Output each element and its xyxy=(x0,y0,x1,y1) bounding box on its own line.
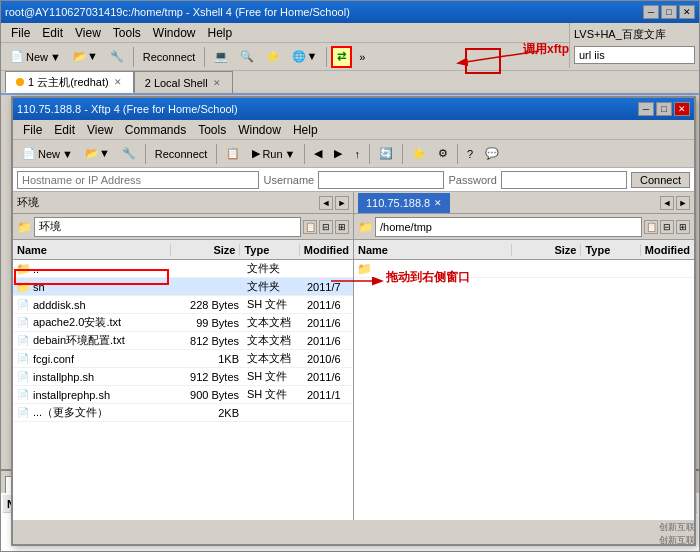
globe-btn[interactable]: 🌐▼ xyxy=(287,46,322,68)
username-input[interactable] xyxy=(318,171,444,189)
xftp-star-btn[interactable]: ⭐ xyxy=(407,143,431,165)
left-path-controls: 📋 ⊟ ⊞ xyxy=(303,220,349,234)
xftp-btn[interactable]: ⇄ xyxy=(331,46,352,68)
right-col-type: Type xyxy=(581,244,640,256)
right-path-input[interactable] xyxy=(375,217,642,237)
properties-btn[interactable]: 🔧 xyxy=(105,46,129,68)
left-column-header: Name Size Type Modified xyxy=(13,240,353,260)
file-size: 99 Bytes xyxy=(173,317,243,329)
xftp-up-btn[interactable]: ↑ xyxy=(349,143,365,165)
file-modified: 2010/6 xyxy=(303,353,353,365)
xftp-menu-edit[interactable]: Edit xyxy=(48,122,81,138)
xftp-maximize-btn[interactable]: □ xyxy=(656,102,672,116)
menu-view[interactable]: View xyxy=(69,25,107,41)
xftp-chat-btn[interactable]: 💬 xyxy=(480,143,504,165)
tab-redhat[interactable]: 1 云主机(redhat) ✕ xyxy=(5,71,134,93)
file-row[interactable]: 📁 xyxy=(354,260,694,278)
menu-file[interactable]: File xyxy=(5,25,36,41)
left-path-input[interactable] xyxy=(34,217,301,237)
xftp-settings-btn[interactable]: ⚙ xyxy=(433,143,453,165)
lvs-ha-label: LVS+HA_百度文库 xyxy=(574,27,695,42)
xftp-menu-file[interactable]: File xyxy=(17,122,48,138)
file-row[interactable]: 📄 debain环境配置.txt 812 Bytes 文本文档 2011/6 xyxy=(13,332,353,350)
left-path-btn2[interactable]: ⊟ xyxy=(319,220,333,234)
xftp-sep5 xyxy=(402,144,403,164)
sep3 xyxy=(326,47,327,67)
terminal-btn[interactable]: 💻 xyxy=(209,46,233,68)
xftp-title: 110.75.188.8 - Xftp 4 (Free for Home/Sch… xyxy=(17,103,238,115)
xftp-menu-view[interactable]: View xyxy=(81,122,119,138)
file-row[interactable]: 📄 installphp.sh 912 Bytes SH 文件 2011/6 xyxy=(13,368,353,386)
menu-help[interactable]: Help xyxy=(202,25,239,41)
bookmark-btn[interactable]: ⭐ xyxy=(261,46,285,68)
sep2 xyxy=(204,47,205,67)
xftp-menu-window[interactable]: Window xyxy=(232,122,287,138)
right-column-header: Name Size Type Modified xyxy=(354,240,694,260)
close-btn[interactable]: ✕ xyxy=(679,5,695,19)
left-panel-title: 环境 xyxy=(17,195,39,210)
file-row[interactable]: 📄 installprephp.sh 900 Bytes SH 文件 2011/… xyxy=(13,386,353,404)
open-folder-btn[interactable]: 📂▼ xyxy=(68,46,103,68)
file-row[interactable]: 📄 ...（更多文件） 2KB xyxy=(13,404,353,422)
file-row[interactable]: 📄 apache2.0安装.txt 99 Bytes 文本文档 2011/6 xyxy=(13,314,353,332)
right-path-btn3[interactable]: ⊞ xyxy=(676,220,690,234)
right-nav-left[interactable]: ◄ xyxy=(660,196,674,210)
file-icon: 📄 xyxy=(15,315,31,331)
xftp-run-btn[interactable]: ▶ Run ▼ xyxy=(247,143,300,165)
xftp-menu-commands[interactable]: Commands xyxy=(119,122,192,138)
right-tab-close[interactable]: ✕ xyxy=(434,198,442,208)
dropdown-icon: ▼ xyxy=(50,51,61,63)
file-row[interactable]: 📁 .. 文件夹 xyxy=(13,260,353,278)
xftp-help-btn[interactable]: ? xyxy=(462,143,478,165)
connect-btn[interactable]: Connect xyxy=(631,172,690,188)
xftp-reconnect-btn[interactable]: Reconnect xyxy=(150,143,213,165)
left-nav-left[interactable]: ◄ xyxy=(319,196,333,210)
xftp-new-btn[interactable]: 📄 New ▼ xyxy=(17,143,78,165)
right-file-list: 📁 xyxy=(354,260,694,520)
file-size: 812 Bytes xyxy=(173,335,243,347)
reconnect-btn[interactable]: Reconnect xyxy=(138,46,201,68)
right-panel-tab[interactable]: 110.75.188.8 ✕ xyxy=(358,193,450,213)
left-path-btn1[interactable]: 📋 xyxy=(303,220,317,234)
xftp-refresh-btn[interactable]: 🔄 xyxy=(374,143,398,165)
file-type: SH 文件 xyxy=(243,369,303,384)
right-path-btn1[interactable]: 📋 xyxy=(644,220,658,234)
file-row[interactable]: 📄 adddisk.sh 228 Bytes SH 文件 2011/6 xyxy=(13,296,353,314)
more-btn[interactable]: » xyxy=(354,46,370,68)
menu-window[interactable]: Window xyxy=(147,25,202,41)
file-type: 文本文档 xyxy=(243,351,303,366)
xftp-close-btn[interactable]: ✕ xyxy=(674,102,690,116)
xftp-open-btn[interactable]: 📂▼ xyxy=(80,143,115,165)
xftp-minimize-btn[interactable]: ─ xyxy=(638,102,654,116)
maximize-btn[interactable]: □ xyxy=(661,5,677,19)
file-row[interactable]: 📄 fcgi.conf 1KB 文本文档 2010/6 xyxy=(13,350,353,368)
xftp-menu-help[interactable]: Help xyxy=(287,122,324,138)
username-label: Username xyxy=(263,174,314,186)
xftp-props-btn[interactable]: 🔧 xyxy=(117,143,141,165)
tab-local-shell[interactable]: 2 Local Shell ✕ xyxy=(134,71,233,93)
right-path-btn2[interactable]: ⊟ xyxy=(660,220,674,234)
search-btn[interactable]: 🔍 xyxy=(235,46,259,68)
left-path-btn3[interactable]: ⊞ xyxy=(335,220,349,234)
minimize-btn[interactable]: ─ xyxy=(643,5,659,19)
file-name: installphp.sh xyxy=(33,371,94,383)
right-col-modified: Modified xyxy=(641,244,694,256)
menu-tools[interactable]: Tools xyxy=(107,25,147,41)
url-input[interactable]: url iis xyxy=(574,46,695,64)
new-btn[interactable]: 📄 New ▼ xyxy=(5,46,66,68)
xftp-menu-tools[interactable]: Tools xyxy=(192,122,232,138)
left-nav-right[interactable]: ► xyxy=(335,196,349,210)
file-icon: 📁 xyxy=(15,279,31,295)
tab-local-close[interactable]: ✕ xyxy=(212,78,222,88)
col-size: Size xyxy=(171,244,240,256)
right-nav-right[interactable]: ► xyxy=(676,196,690,210)
xftp-nav-btn[interactable]: ◀ xyxy=(309,143,327,165)
file-row[interactable]: 📁 sh 文件夹 2011/7 xyxy=(13,278,353,296)
xftp-copy-btn[interactable]: 📋 xyxy=(221,143,245,165)
hostname-input[interactable] xyxy=(17,171,259,189)
password-input[interactable] xyxy=(501,171,627,189)
tab-redhat-close[interactable]: ✕ xyxy=(113,77,123,87)
right-path-controls: 📋 ⊟ ⊞ xyxy=(644,220,690,234)
menu-edit[interactable]: Edit xyxy=(36,25,69,41)
xftp-fwd-btn[interactable]: ▶ xyxy=(329,143,347,165)
